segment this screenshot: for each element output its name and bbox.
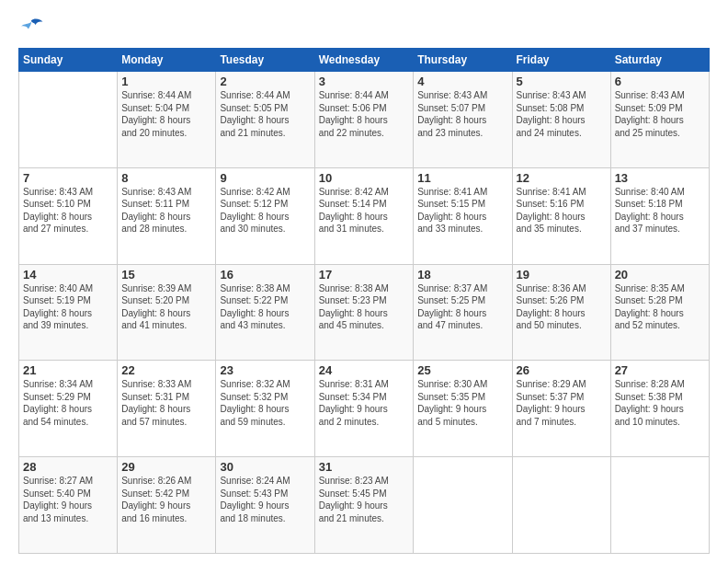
day-number: 17 xyxy=(319,268,410,282)
day-number: 19 xyxy=(517,268,607,282)
day-cell: 30Sunrise: 8:24 AM Sunset: 5:43 PM Dayli… xyxy=(216,457,314,554)
header-day-friday: Friday xyxy=(512,49,610,72)
day-number: 2 xyxy=(220,75,310,88)
calendar-body: 1Sunrise: 8:44 AM Sunset: 5:04 PM Daylig… xyxy=(19,72,710,554)
day-info: Sunrise: 8:36 AM Sunset: 5:26 PM Dayligh… xyxy=(517,282,607,332)
day-cell: 20Sunrise: 8:35 AM Sunset: 5:28 PM Dayli… xyxy=(610,264,709,361)
day-info: Sunrise: 8:41 AM Sunset: 5:15 PM Dayligh… xyxy=(417,186,507,236)
calendar-header: SundayMondayTuesdayWednesdayThursdayFrid… xyxy=(19,49,710,72)
day-cell xyxy=(512,457,610,554)
day-number: 8 xyxy=(121,171,211,185)
day-info: Sunrise: 8:24 AM Sunset: 5:43 PM Dayligh… xyxy=(220,475,310,524)
day-info: Sunrise: 8:34 AM Sunset: 5:29 PM Dayligh… xyxy=(23,378,113,428)
day-cell: 11Sunrise: 8:41 AM Sunset: 5:15 PM Dayli… xyxy=(414,167,512,264)
day-info: Sunrise: 8:43 AM Sunset: 5:07 PM Dayligh… xyxy=(417,89,507,139)
day-info: Sunrise: 8:43 AM Sunset: 5:11 PM Dayligh… xyxy=(121,186,211,236)
day-info: Sunrise: 8:42 AM Sunset: 5:12 PM Dayligh… xyxy=(220,186,310,236)
day-number: 4 xyxy=(417,75,507,88)
day-info: Sunrise: 8:37 AM Sunset: 5:25 PM Dayligh… xyxy=(417,282,507,332)
day-number: 13 xyxy=(615,171,705,185)
day-cell: 18Sunrise: 8:37 AM Sunset: 5:25 PM Dayli… xyxy=(414,264,512,361)
day-number: 15 xyxy=(121,268,211,282)
calendar-table: SundayMondayTuesdayWednesdayThursdayFrid… xyxy=(18,48,710,554)
day-number: 27 xyxy=(615,363,705,377)
day-cell: 25Sunrise: 8:30 AM Sunset: 5:35 PM Dayli… xyxy=(414,361,512,457)
day-number: 20 xyxy=(615,268,705,282)
day-info: Sunrise: 8:32 AM Sunset: 5:32 PM Dayligh… xyxy=(220,378,310,428)
day-cell xyxy=(610,457,709,554)
day-info: Sunrise: 8:38 AM Sunset: 5:22 PM Dayligh… xyxy=(220,282,310,332)
day-info: Sunrise: 8:44 AM Sunset: 5:06 PM Dayligh… xyxy=(319,89,410,139)
header-day-monday: Monday xyxy=(118,49,216,72)
day-cell: 26Sunrise: 8:29 AM Sunset: 5:37 PM Dayli… xyxy=(512,361,610,457)
day-number: 3 xyxy=(319,75,410,88)
day-number: 12 xyxy=(517,171,607,185)
day-cell: 31Sunrise: 8:23 AM Sunset: 5:45 PM Dayli… xyxy=(314,457,414,554)
day-number: 6 xyxy=(615,75,705,88)
day-number: 21 xyxy=(23,363,113,377)
day-cell: 27Sunrise: 8:28 AM Sunset: 5:38 PM Dayli… xyxy=(610,361,709,457)
week-row-2: 7Sunrise: 8:43 AM Sunset: 5:10 PM Daylig… xyxy=(19,167,710,264)
header-day-tuesday: Tuesday xyxy=(216,49,314,72)
page: SundayMondayTuesdayWednesdayThursdayFrid… xyxy=(0,0,728,563)
day-cell: 2Sunrise: 8:44 AM Sunset: 5:05 PM Daylig… xyxy=(216,72,314,168)
day-info: Sunrise: 8:30 AM Sunset: 5:35 PM Dayligh… xyxy=(417,378,507,428)
day-cell xyxy=(414,457,512,554)
day-info: Sunrise: 8:44 AM Sunset: 5:04 PM Dayligh… xyxy=(121,89,211,139)
day-cell: 6Sunrise: 8:43 AM Sunset: 5:09 PM Daylig… xyxy=(610,72,709,168)
day-number: 11 xyxy=(417,171,507,185)
header-day-thursday: Thursday xyxy=(414,49,512,72)
logo-bird-icon xyxy=(18,15,44,40)
day-number: 29 xyxy=(121,460,211,474)
day-cell: 14Sunrise: 8:40 AM Sunset: 5:19 PM Dayli… xyxy=(19,264,118,361)
day-cell: 3Sunrise: 8:44 AM Sunset: 5:06 PM Daylig… xyxy=(314,72,414,168)
day-cell: 28Sunrise: 8:27 AM Sunset: 5:40 PM Dayli… xyxy=(19,457,118,554)
day-info: Sunrise: 8:29 AM Sunset: 5:37 PM Dayligh… xyxy=(517,378,607,428)
day-info: Sunrise: 8:39 AM Sunset: 5:20 PM Dayligh… xyxy=(121,282,211,332)
day-info: Sunrise: 8:23 AM Sunset: 5:45 PM Dayligh… xyxy=(319,475,410,524)
day-cell: 10Sunrise: 8:42 AM Sunset: 5:14 PM Dayli… xyxy=(314,167,414,264)
day-info: Sunrise: 8:43 AM Sunset: 5:08 PM Dayligh… xyxy=(517,89,607,139)
day-info: Sunrise: 8:43 AM Sunset: 5:09 PM Dayligh… xyxy=(615,89,705,139)
logo xyxy=(18,15,48,40)
day-cell: 21Sunrise: 8:34 AM Sunset: 5:29 PM Dayli… xyxy=(19,361,118,457)
day-number: 18 xyxy=(417,268,507,282)
day-cell: 9Sunrise: 8:42 AM Sunset: 5:12 PM Daylig… xyxy=(216,167,314,264)
day-number: 10 xyxy=(319,171,410,185)
day-info: Sunrise: 8:41 AM Sunset: 5:16 PM Dayligh… xyxy=(517,186,607,236)
day-cell: 24Sunrise: 8:31 AM Sunset: 5:34 PM Dayli… xyxy=(314,361,414,457)
day-cell: 19Sunrise: 8:36 AM Sunset: 5:26 PM Dayli… xyxy=(512,264,610,361)
day-number: 28 xyxy=(23,460,113,474)
day-cell: 16Sunrise: 8:38 AM Sunset: 5:22 PM Dayli… xyxy=(216,264,314,361)
day-info: Sunrise: 8:38 AM Sunset: 5:23 PM Dayligh… xyxy=(319,282,410,332)
day-number: 31 xyxy=(319,460,410,474)
day-number: 7 xyxy=(23,171,113,185)
day-info: Sunrise: 8:31 AM Sunset: 5:34 PM Dayligh… xyxy=(319,378,410,428)
day-cell: 17Sunrise: 8:38 AM Sunset: 5:23 PM Dayli… xyxy=(314,264,414,361)
day-cell: 7Sunrise: 8:43 AM Sunset: 5:10 PM Daylig… xyxy=(19,167,118,264)
day-number: 16 xyxy=(220,268,310,282)
day-cell: 8Sunrise: 8:43 AM Sunset: 5:11 PM Daylig… xyxy=(118,167,216,264)
header-day-wednesday: Wednesday xyxy=(314,49,414,72)
header xyxy=(18,15,710,40)
day-cell: 22Sunrise: 8:33 AM Sunset: 5:31 PM Dayli… xyxy=(118,361,216,457)
day-info: Sunrise: 8:40 AM Sunset: 5:18 PM Dayligh… xyxy=(615,186,705,236)
day-number: 14 xyxy=(23,268,113,282)
day-cell: 4Sunrise: 8:43 AM Sunset: 5:07 PM Daylig… xyxy=(414,72,512,168)
day-cell: 5Sunrise: 8:43 AM Sunset: 5:08 PM Daylig… xyxy=(512,72,610,168)
day-cell: 12Sunrise: 8:41 AM Sunset: 5:16 PM Dayli… xyxy=(512,167,610,264)
week-row-3: 14Sunrise: 8:40 AM Sunset: 5:19 PM Dayli… xyxy=(19,264,710,361)
day-number: 30 xyxy=(220,460,310,474)
day-info: Sunrise: 8:40 AM Sunset: 5:19 PM Dayligh… xyxy=(23,282,113,332)
day-number: 24 xyxy=(319,363,410,377)
day-info: Sunrise: 8:35 AM Sunset: 5:28 PM Dayligh… xyxy=(615,282,705,332)
day-cell xyxy=(19,72,118,168)
day-cell: 15Sunrise: 8:39 AM Sunset: 5:20 PM Dayli… xyxy=(118,264,216,361)
day-number: 25 xyxy=(417,363,507,377)
day-number: 9 xyxy=(220,171,310,185)
header-row: SundayMondayTuesdayWednesdayThursdayFrid… xyxy=(19,49,710,72)
day-info: Sunrise: 8:42 AM Sunset: 5:14 PM Dayligh… xyxy=(319,186,410,236)
day-info: Sunrise: 8:33 AM Sunset: 5:31 PM Dayligh… xyxy=(121,378,211,428)
day-info: Sunrise: 8:26 AM Sunset: 5:42 PM Dayligh… xyxy=(121,475,211,524)
day-number: 26 xyxy=(517,363,607,377)
